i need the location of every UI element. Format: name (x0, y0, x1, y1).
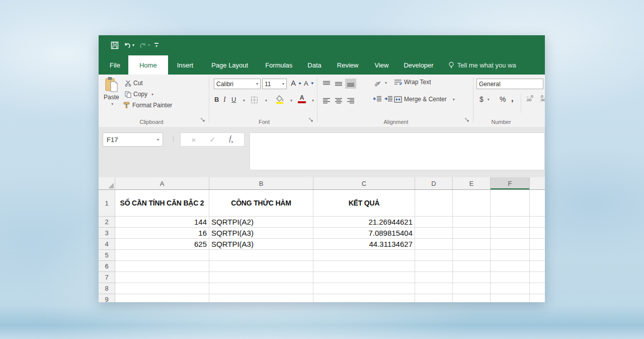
cell-f6[interactable] (491, 261, 530, 272)
tab-developer[interactable]: Developer (398, 55, 438, 75)
cell-g3[interactable] (530, 228, 545, 239)
decrease-indent-button[interactable] (373, 96, 381, 103)
cell-b2[interactable]: SQRTPI(A2) (209, 217, 313, 228)
cell-d7[interactable] (415, 272, 453, 283)
font-dialog-launcher[interactable] (309, 118, 313, 122)
column-header-e[interactable]: E (453, 177, 491, 189)
cell-e4[interactable] (453, 239, 491, 250)
cell-g8[interactable] (530, 283, 545, 294)
save-button[interactable] (111, 41, 119, 49)
cell-a6[interactable] (115, 261, 209, 272)
customize-qat-button[interactable]: ▾ (154, 43, 158, 48)
cell-e8[interactable] (453, 283, 491, 294)
paste-button[interactable]: Paste ▾ (104, 77, 119, 106)
cell-c5[interactable] (313, 250, 415, 261)
row-header-6[interactable]: 6 (99, 261, 115, 272)
cell-d6[interactable] (415, 261, 453, 272)
column-header-a[interactable]: A (115, 177, 209, 189)
cell-a9[interactable] (115, 294, 209, 302)
cell-a3[interactable]: 16 (115, 228, 209, 239)
cell-e7[interactable] (453, 272, 491, 283)
cell-f1[interactable] (491, 190, 530, 217)
copy-dropdown[interactable]: ▾ (151, 92, 153, 97)
tab-home[interactable]: Home (128, 55, 168, 75)
cell-b4[interactable]: SQRTPI(A3) (209, 239, 313, 250)
middle-align-button[interactable] (333, 79, 344, 89)
cell-d5[interactable] (415, 250, 453, 261)
undo-button[interactable]: ▾ (123, 42, 134, 49)
cell-b3[interactable]: SQRTPI(A3) (209, 228, 313, 239)
cell-b9[interactable] (209, 294, 313, 302)
comma-style-button[interactable]: , (511, 94, 513, 103)
row-header-8[interactable]: 8 (99, 283, 115, 294)
borders-dropdown[interactable]: ▾ (265, 98, 267, 103)
cell-a5[interactable] (115, 250, 209, 261)
cell-b1[interactable]: CÔNG THỨC HÀM (209, 190, 313, 217)
accounting-dropdown[interactable]: ▾ (488, 97, 490, 102)
borders-button[interactable] (251, 96, 258, 104)
font-color-dropdown[interactable]: ▾ (312, 98, 314, 103)
column-header-c[interactable]: C (313, 177, 415, 189)
copy-button[interactable]: Copy ▾ (125, 91, 153, 98)
tell-me-box[interactable]: Tell me what you wa (448, 55, 516, 75)
merge-center-button[interactable]: Merge & Center ▾ (394, 96, 455, 103)
cell-f5[interactable] (491, 250, 530, 261)
merge-center-dropdown[interactable]: ▾ (453, 97, 455, 102)
cell-e3[interactable] (453, 228, 491, 239)
row-header-2[interactable]: 2 (99, 217, 115, 228)
cell-d4[interactable] (415, 239, 453, 250)
row-header-4[interactable]: 4 (99, 239, 115, 250)
cell-g1[interactable] (530, 190, 545, 217)
paste-dropdown[interactable]: ▾ (111, 102, 113, 106)
cell-c3[interactable]: 7.089815404 (313, 228, 415, 239)
font-name-combo[interactable]: Calibri ▾ (214, 79, 261, 89)
align-center-button[interactable] (333, 96, 344, 106)
cell-g9[interactable] (530, 294, 545, 302)
cell-a4[interactable]: 625 (115, 239, 209, 250)
cell-f7[interactable] (491, 272, 530, 283)
underline-button[interactable]: U (231, 96, 236, 103)
tab-view[interactable]: View (369, 55, 393, 75)
cell-b6[interactable] (209, 261, 313, 272)
cell-g7[interactable] (530, 272, 545, 283)
align-right-button[interactable] (345, 96, 356, 106)
name-box[interactable]: F17 ▾ (103, 132, 163, 147)
cell-f3[interactable] (491, 228, 530, 239)
tab-data[interactable]: Data (302, 55, 326, 75)
cell-c6[interactable] (313, 261, 415, 272)
accounting-format-button[interactable]: $ ▾ (479, 95, 490, 103)
row-header-9[interactable]: 9 (99, 294, 115, 302)
cut-button[interactable]: Cut (125, 80, 143, 87)
bottom-align-button[interactable] (345, 79, 356, 89)
cell-c9[interactable] (313, 294, 415, 302)
cell-g4[interactable] (530, 239, 545, 250)
wrap-text-button[interactable]: Wrap Text (394, 79, 431, 86)
cell-e9[interactable] (453, 294, 491, 302)
cell-f2[interactable] (491, 217, 530, 228)
row-header-7[interactable]: 7 (99, 272, 115, 283)
font-color-button[interactable]: A (298, 95, 306, 103)
font-name-dropdown[interactable]: ▾ (256, 82, 258, 86)
cell-c8[interactable] (313, 283, 415, 294)
bold-button[interactable]: B (214, 96, 219, 103)
grow-font-button[interactable]: A▲ (291, 79, 302, 87)
cell-c1[interactable]: KẾT QUẢ (313, 190, 415, 217)
cell-b8[interactable] (209, 283, 313, 294)
row-header-5[interactable]: 5 (99, 250, 115, 261)
cell-d9[interactable] (415, 294, 453, 302)
cell-f8[interactable] (491, 283, 530, 294)
tab-formulas[interactable]: Formulas (260, 55, 297, 75)
undo-dropdown[interactable]: ▾ (132, 43, 134, 47)
column-header-b[interactable]: B (209, 177, 313, 189)
insert-function-button[interactable]: fx (229, 135, 233, 144)
cell-d8[interactable] (415, 283, 453, 294)
decrease-decimal-button[interactable]: .0→.00 (540, 95, 545, 102)
cell-d2[interactable] (415, 217, 453, 228)
increase-indent-button[interactable] (384, 96, 392, 103)
cell-c7[interactable] (313, 272, 415, 283)
cell-e2[interactable] (453, 217, 491, 228)
cell-a8[interactable] (115, 283, 209, 294)
cell-a7[interactable] (115, 272, 209, 283)
column-header-partial[interactable] (530, 177, 545, 189)
cell-d1[interactable] (415, 190, 453, 217)
